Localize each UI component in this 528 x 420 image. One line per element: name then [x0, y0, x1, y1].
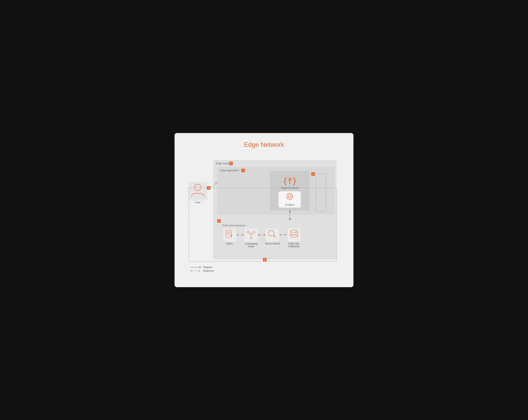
vector-search-icon-box: [266, 228, 279, 241]
edge-sql-label: Edge SQL: [288, 242, 300, 245]
edge-app-label: Edge Application: [220, 169, 239, 172]
edge-sql-label2: Databases: [288, 245, 300, 248]
badge-6-text: 6: [264, 259, 265, 261]
legend-dashed-arrow-left: [191, 270, 192, 272]
badge-3-text: 3: [242, 169, 244, 172]
user-label-text: User: [195, 201, 201, 204]
legend-response-text: Response: [203, 270, 214, 272]
diagram-svg: Edge Node 2 Edge Application 3 {f} Edge …: [184, 154, 344, 277]
ai-agent-label: AI Agent: [285, 203, 294, 206]
legend-solid-arrow: [200, 266, 201, 268]
vector-search-label: Vector Search: [265, 242, 280, 245]
embedding-label-text2: model: [248, 245, 254, 248]
user-box-rect: [189, 182, 207, 201]
legend-dashed-arrow-right: [199, 270, 200, 272]
tools-label: Tools and resources: [222, 224, 246, 227]
query-icon-box: [223, 228, 236, 241]
query-label-text: Query: [227, 242, 233, 245]
badge-2-text: 2: [230, 162, 232, 165]
diagram-wrapper: Edge Node 2 Edge Application 3 {f} Edge …: [184, 154, 344, 277]
diagram-container: Edge Network Edge Node 2 Edge Applicatio…: [175, 133, 353, 287]
edge-functions-icon: {f}: [283, 176, 297, 185]
badge-4-text: 4: [312, 173, 314, 175]
diagram-title: Edge Network: [184, 141, 344, 148]
badge-5-text: 5: [218, 220, 220, 222]
embedding-label-text: Embedding: [245, 242, 257, 245]
edge-node-label: Edge Node: [216, 162, 229, 165]
legend-request-text: Request: [203, 266, 212, 269]
